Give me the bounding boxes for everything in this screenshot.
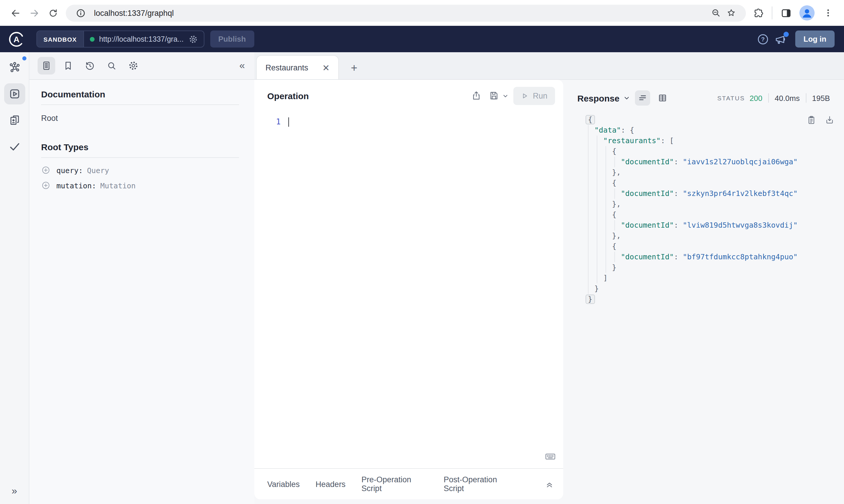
- indent-guide: [586, 125, 595, 136]
- login-button[interactable]: Log in: [795, 31, 834, 48]
- endpoint-settings-gear-icon[interactable]: [188, 34, 197, 44]
- indent-guide: [603, 231, 612, 241]
- json-token-punc: :: [674, 157, 683, 167]
- json-token-punc: :: [674, 220, 683, 231]
- tab-restaurants[interactable]: Restaurants ✕: [256, 55, 339, 79]
- root-type-value[interactable]: Mutation: [100, 181, 135, 190]
- view-json-button[interactable]: [635, 90, 650, 106]
- announcements-megaphone-icon[interactable]: [772, 30, 789, 48]
- root-type-mutation-row[interactable]: mutation: Mutation: [41, 181, 239, 190]
- tab-pre-operation-script[interactable]: Pre-Operation Script: [362, 475, 428, 493]
- apollo-logo[interactable]: A: [8, 31, 25, 47]
- collections-icon: [8, 114, 21, 127]
- play-square-icon: [8, 87, 21, 100]
- rail-collections-button[interactable]: [4, 110, 25, 131]
- apollo-header: A SANDBOX http://localhost:1337/gra... P…: [0, 26, 844, 52]
- docs-tab-history-button[interactable]: [81, 57, 99, 74]
- new-tab-button[interactable]: +: [351, 62, 357, 73]
- collapse-footer-chevrons-icon[interactable]: [545, 480, 554, 488]
- indent-guide: [595, 220, 603, 231]
- bookmark-star-icon[interactable]: [724, 5, 739, 20]
- json-line: "documentId": "lviw819d5htwvga8s3kovdij": [586, 220, 830, 231]
- operation-panel: Operation Run 1: [254, 80, 563, 499]
- download-response-icon[interactable]: [825, 115, 834, 125]
- indent-guide: [586, 136, 595, 146]
- json-token-punc: : [: [661, 136, 674, 146]
- plus-circle-icon[interactable]: [41, 181, 51, 190]
- tab-strip: Restaurants ✕ +: [254, 52, 844, 80]
- endpoint-selector: SANDBOX http://localhost:1337/gra...: [36, 31, 204, 48]
- docs-tab-documentation-button[interactable]: [38, 57, 55, 74]
- json-collapse-toggle[interactable]: {: [586, 115, 595, 124]
- chevrons-left-icon: «: [239, 60, 245, 71]
- json-line: }: [586, 294, 830, 305]
- browser-toolbar-right: [751, 5, 838, 20]
- browser-forward-button[interactable]: [25, 3, 44, 22]
- tab-variables[interactable]: Variables: [267, 480, 300, 488]
- indent-guide: [586, 178, 595, 188]
- browser-back-button[interactable]: [6, 3, 25, 22]
- rail-explorer-button[interactable]: [4, 83, 25, 105]
- docs-root-link[interactable]: Root: [41, 114, 239, 123]
- save-operation-group: [487, 87, 509, 104]
- indent-guide: [595, 188, 603, 199]
- operation-editor[interactable]: 1: [254, 111, 563, 468]
- copy-response-icon[interactable]: [806, 115, 816, 125]
- json-token-punc: :: [674, 188, 683, 199]
- address-bar[interactable]: localhost:1337/graphql: [66, 4, 746, 21]
- collapse-docs-panel-button[interactable]: «: [239, 60, 246, 72]
- save-dropdown-chevron-icon[interactable]: [502, 92, 509, 99]
- docs-body: Documentation Root Root Types query: Que…: [29, 80, 254, 190]
- extensions-icon[interactable]: [751, 5, 766, 20]
- json-token-punc: ]: [603, 273, 608, 283]
- site-info-icon[interactable]: [73, 5, 88, 20]
- expand-rail-button[interactable]: »: [12, 485, 17, 497]
- publish-button[interactable]: Publish: [210, 31, 254, 48]
- tab-headers[interactable]: Headers: [316, 480, 346, 488]
- json-token-str: "szkyn3pr64r1v2lkebf3t4qc": [683, 188, 797, 199]
- schema-notification-dot: [21, 55, 27, 61]
- docs-tab-search-button[interactable]: [103, 57, 120, 74]
- run-label: Run: [533, 91, 547, 100]
- share-operation-button[interactable]: [468, 87, 485, 104]
- document-lines-icon: [41, 60, 52, 71]
- json-token-punc: }: [595, 283, 599, 294]
- save-floppy-icon[interactable]: [487, 87, 501, 104]
- view-table-button[interactable]: [655, 90, 670, 106]
- keyboard-shortcuts-icon[interactable]: [545, 451, 556, 462]
- root-type-value[interactable]: Query: [87, 166, 109, 175]
- rail-schema-button[interactable]: [4, 57, 25, 78]
- indent-guide: [603, 167, 612, 178]
- help-icon[interactable]: ?: [754, 30, 772, 48]
- indent-guide: [612, 220, 621, 231]
- profile-avatar[interactable]: [799, 5, 815, 20]
- tab-post-operation-script[interactable]: Post-Operation Script: [444, 475, 513, 493]
- indent-guide: [603, 210, 612, 220]
- plus-circle-icon[interactable]: [41, 165, 51, 175]
- indent-guide: [603, 252, 612, 262]
- chevrons-right-icon: »: [12, 485, 17, 497]
- response-dropdown-chevron-icon[interactable]: [623, 94, 630, 102]
- docs-tab-bookmarks-button[interactable]: [59, 57, 77, 74]
- history-clock-icon: [85, 60, 95, 71]
- play-icon: [521, 92, 529, 100]
- notification-dot: [783, 31, 789, 37]
- endpoint-url-input[interactable]: http://localhost:1337/gra...: [84, 31, 204, 47]
- json-token-key: "data": [595, 125, 621, 136]
- json-collapse-toggle[interactable]: }: [586, 294, 595, 304]
- run-button[interactable]: Run: [513, 87, 555, 105]
- indent-guide: [586, 241, 595, 252]
- side-panel-icon[interactable]: [778, 5, 793, 20]
- docs-tab-settings-button[interactable]: [124, 57, 142, 74]
- close-tab-icon[interactable]: ✕: [323, 63, 330, 72]
- tab-label: Restaurants: [265, 63, 308, 72]
- zoom-out-icon[interactable]: [708, 5, 724, 20]
- json-line: "restaurants": [: [586, 136, 830, 146]
- browser-menu-icon[interactable]: [821, 5, 836, 20]
- browser-refresh-button[interactable]: [44, 3, 62, 22]
- sandbox-badge: SANDBOX: [37, 31, 84, 47]
- indent-guide: [595, 273, 603, 283]
- json-line: "documentId": "bf97tfdumkcc8ptahkng4puo": [586, 252, 830, 262]
- root-type-query-row[interactable]: query: Query: [41, 165, 239, 175]
- rail-checklist-button[interactable]: [4, 136, 25, 157]
